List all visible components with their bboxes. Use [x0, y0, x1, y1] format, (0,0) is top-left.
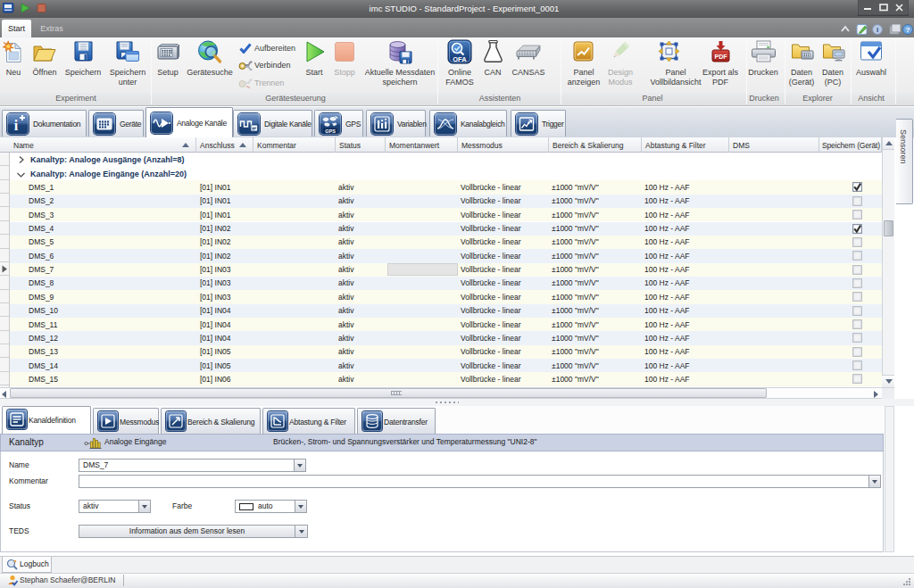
svg-text:OFA: OFA — [453, 55, 467, 63]
svg-text:i: i — [877, 26, 878, 34]
svg-text:PDF: PDF — [715, 54, 728, 60]
svg-text:i: i — [14, 118, 19, 133]
svg-text:?: ? — [906, 26, 910, 34]
svg-text:GPS: GPS — [325, 128, 336, 134]
